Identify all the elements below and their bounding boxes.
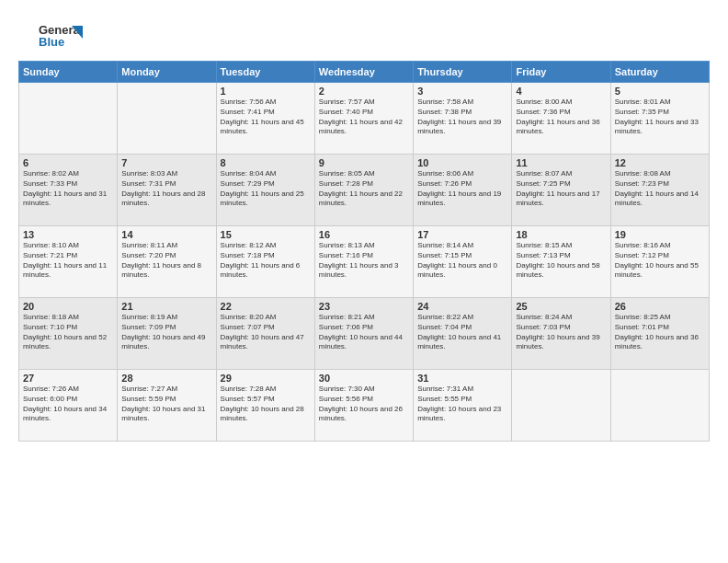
day-info: Sunrise: 7:28 AMSunset: 5:57 PMDaylight:… — [221, 385, 311, 424]
day-number: 14 — [121, 229, 211, 240]
day-number: 2 — [319, 86, 409, 97]
day-number: 24 — [417, 301, 507, 312]
day-info: Sunrise: 8:04 AMSunset: 7:29 PMDaylight:… — [221, 169, 311, 209]
day-number: 8 — [221, 157, 311, 168]
day-info: Sunrise: 7:31 AMSunset: 5:55 PMDaylight:… — [417, 385, 507, 424]
day-number: 6 — [23, 157, 113, 168]
calendar-cell: 18Sunrise: 8:15 AMSunset: 7:13 PMDayligh… — [512, 226, 610, 298]
day-number: 10 — [417, 157, 507, 168]
calendar-cell: 7Sunrise: 8:03 AMSunset: 7:31 PMDaylight… — [118, 155, 216, 226]
calendar-cell: 2Sunrise: 7:57 AMSunset: 7:40 PMDaylight… — [314, 83, 413, 155]
calendar-table: SundayMondayTuesdayWednesdayThursdayFrid… — [18, 61, 710, 442]
day-number: 3 — [417, 86, 507, 97]
calendar-cell — [19, 83, 118, 155]
weekday-header: Friday — [512, 62, 610, 83]
day-number: 5 — [615, 86, 705, 97]
calendar-cell: 26Sunrise: 8:25 AMSunset: 7:01 PMDayligh… — [610, 298, 709, 370]
weekday-header: Saturday — [610, 62, 709, 83]
weekday-header: Wednesday — [314, 62, 413, 83]
calendar-cell: 13Sunrise: 8:10 AMSunset: 7:21 PMDayligh… — [19, 226, 118, 298]
day-number: 7 — [121, 157, 211, 168]
calendar-cell: 1Sunrise: 7:56 AMSunset: 7:41 PMDaylight… — [216, 83, 314, 155]
day-info: Sunrise: 7:26 AMSunset: 6:00 PMDaylight:… — [23, 385, 113, 424]
day-number: 23 — [319, 301, 409, 312]
weekday-header: Monday — [118, 62, 216, 83]
calendar-cell — [118, 83, 216, 155]
day-number: 16 — [319, 229, 409, 240]
day-info: Sunrise: 8:02 AMSunset: 7:33 PMDaylight:… — [23, 169, 113, 209]
day-number: 4 — [516, 86, 606, 97]
svg-text:Blue: Blue — [39, 35, 64, 49]
day-info: Sunrise: 8:13 AMSunset: 7:16 PMDaylight:… — [319, 241, 409, 281]
calendar-week-row: 20Sunrise: 8:18 AMSunset: 7:10 PMDayligh… — [19, 298, 710, 370]
calendar-cell: 22Sunrise: 8:20 AMSunset: 7:07 PMDayligh… — [216, 298, 314, 370]
calendar-cell: 30Sunrise: 7:30 AMSunset: 5:56 PMDayligh… — [314, 370, 413, 442]
day-info: Sunrise: 8:19 AMSunset: 7:09 PMDaylight:… — [121, 313, 211, 352]
calendar-cell: 28Sunrise: 7:27 AMSunset: 5:59 PMDayligh… — [118, 370, 216, 442]
calendar-cell: 31Sunrise: 7:31 AMSunset: 5:55 PMDayligh… — [414, 370, 512, 442]
weekday-header: Thursday — [414, 62, 512, 83]
header-row: SundayMondayTuesdayWednesdayThursdayFrid… — [19, 62, 710, 83]
calendar-week-row: 13Sunrise: 8:10 AMSunset: 7:21 PMDayligh… — [19, 226, 710, 298]
calendar-cell: 19Sunrise: 8:16 AMSunset: 7:12 PMDayligh… — [610, 226, 709, 298]
calendar-week-row: 27Sunrise: 7:26 AMSunset: 6:00 PMDayligh… — [19, 370, 710, 442]
calendar-cell: 24Sunrise: 8:22 AMSunset: 7:04 PMDayligh… — [414, 298, 512, 370]
day-number: 12 — [615, 157, 705, 168]
day-number: 28 — [121, 373, 211, 384]
day-info: Sunrise: 7:56 AMSunset: 7:41 PMDaylight:… — [221, 98, 311, 137]
day-info: Sunrise: 8:12 AMSunset: 7:18 PMDaylight:… — [221, 241, 311, 281]
day-info: Sunrise: 8:07 AMSunset: 7:25 PMDaylight:… — [516, 169, 606, 209]
calendar-cell: 16Sunrise: 8:13 AMSunset: 7:16 PMDayligh… — [314, 226, 413, 298]
calendar-cell: 25Sunrise: 8:24 AMSunset: 7:03 PMDayligh… — [512, 298, 610, 370]
day-info: Sunrise: 8:05 AMSunset: 7:28 PMDaylight:… — [319, 169, 409, 209]
day-info: Sunrise: 8:20 AMSunset: 7:07 PMDaylight:… — [221, 313, 311, 352]
day-info: Sunrise: 8:24 AMSunset: 7:03 PMDaylight:… — [516, 313, 606, 352]
calendar-cell: 10Sunrise: 8:06 AMSunset: 7:26 PMDayligh… — [414, 155, 512, 226]
calendar-cell: 29Sunrise: 7:28 AMSunset: 5:57 PMDayligh… — [216, 370, 314, 442]
logo: General Blue — [18, 18, 92, 52]
calendar-cell: 6Sunrise: 8:02 AMSunset: 7:33 PMDaylight… — [19, 155, 118, 226]
day-number: 18 — [516, 229, 606, 240]
day-number: 22 — [221, 301, 311, 312]
day-info: Sunrise: 7:30 AMSunset: 5:56 PMDaylight:… — [319, 385, 409, 424]
day-info: Sunrise: 8:03 AMSunset: 7:31 PMDaylight:… — [121, 169, 211, 209]
day-info: Sunrise: 8:06 AMSunset: 7:26 PMDaylight:… — [417, 169, 507, 209]
day-info: Sunrise: 8:10 AMSunset: 7:21 PMDaylight:… — [23, 241, 113, 281]
day-number: 11 — [516, 157, 606, 168]
day-number: 15 — [221, 229, 311, 240]
calendar-cell — [610, 370, 709, 442]
day-number: 21 — [121, 301, 211, 312]
day-info: Sunrise: 8:21 AMSunset: 7:06 PMDaylight:… — [319, 313, 409, 352]
day-info: Sunrise: 8:22 AMSunset: 7:04 PMDaylight:… — [417, 313, 507, 352]
day-info: Sunrise: 8:18 AMSunset: 7:10 PMDaylight:… — [23, 313, 113, 352]
day-number: 13 — [23, 229, 113, 240]
day-info: Sunrise: 8:25 AMSunset: 7:01 PMDaylight:… — [615, 313, 705, 352]
day-number: 27 — [23, 373, 113, 384]
calendar-cell: 14Sunrise: 8:11 AMSunset: 7:20 PMDayligh… — [118, 226, 216, 298]
day-info: Sunrise: 8:11 AMSunset: 7:20 PMDaylight:… — [121, 241, 211, 281]
day-info: Sunrise: 7:58 AMSunset: 7:38 PMDaylight:… — [417, 98, 507, 137]
day-info: Sunrise: 7:27 AMSunset: 5:59 PMDaylight:… — [121, 385, 211, 424]
calendar-cell: 12Sunrise: 8:08 AMSunset: 7:23 PMDayligh… — [610, 155, 709, 226]
day-number: 9 — [319, 157, 409, 168]
weekday-header: Tuesday — [216, 62, 314, 83]
calendar-week-row: 1Sunrise: 7:56 AMSunset: 7:41 PMDaylight… — [19, 83, 710, 155]
day-info: Sunrise: 8:16 AMSunset: 7:12 PMDaylight:… — [615, 241, 705, 281]
calendar-week-row: 6Sunrise: 8:02 AMSunset: 7:33 PMDaylight… — [19, 155, 710, 226]
day-number: 19 — [615, 229, 705, 240]
page-header: General Blue — [18, 15, 710, 52]
calendar-cell: 27Sunrise: 7:26 AMSunset: 6:00 PMDayligh… — [19, 370, 118, 442]
calendar-cell: 9Sunrise: 8:05 AMSunset: 7:28 PMDaylight… — [314, 155, 413, 226]
day-number: 1 — [221, 86, 311, 97]
day-number: 31 — [417, 373, 507, 384]
calendar-cell: 4Sunrise: 8:00 AMSunset: 7:36 PMDaylight… — [512, 83, 610, 155]
calendar-cell: 20Sunrise: 8:18 AMSunset: 7:10 PMDayligh… — [19, 298, 118, 370]
calendar-cell: 15Sunrise: 8:12 AMSunset: 7:18 PMDayligh… — [216, 226, 314, 298]
day-info: Sunrise: 8:01 AMSunset: 7:35 PMDaylight:… — [615, 98, 705, 137]
calendar-cell: 5Sunrise: 8:01 AMSunset: 7:35 PMDaylight… — [610, 83, 709, 155]
calendar-cell: 23Sunrise: 8:21 AMSunset: 7:06 PMDayligh… — [314, 298, 413, 370]
calendar-cell: 17Sunrise: 8:14 AMSunset: 7:15 PMDayligh… — [414, 226, 512, 298]
day-info: Sunrise: 8:08 AMSunset: 7:23 PMDaylight:… — [615, 169, 705, 209]
day-info: Sunrise: 7:57 AMSunset: 7:40 PMDaylight:… — [319, 98, 409, 137]
calendar-cell: 11Sunrise: 8:07 AMSunset: 7:25 PMDayligh… — [512, 155, 610, 226]
